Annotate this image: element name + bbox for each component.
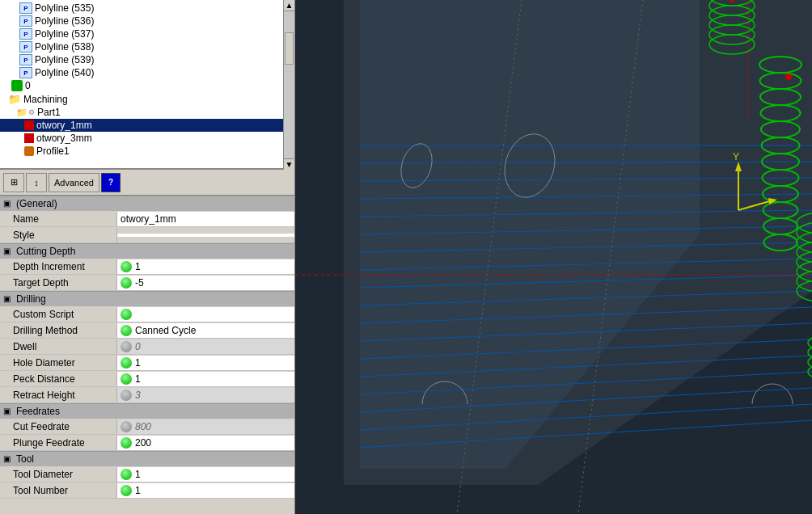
advanced-button[interactable]: Advanced — [49, 173, 99, 192]
cut-feedrate-label: Cut Feedrate — [0, 419, 117, 434]
hole-diameter-value[interactable]: 1 — [117, 356, 294, 370]
tree-item-label: Profile1 — [36, 145, 70, 157]
tree-item[interactable]: otwory_1mm — [0, 119, 294, 132]
prop-dwell-row: Dwell 0 — [0, 339, 294, 355]
dwell-label: Dwell — [0, 339, 117, 354]
tree-item[interactable]: 📁⚙Part1 — [0, 106, 294, 119]
tool-number-indicator — [121, 485, 132, 496]
scroll-thumb[interactable] — [285, 32, 294, 65]
tree-item-label: otwory_3mm — [36, 133, 92, 144]
hole-diameter-indicator — [121, 357, 132, 369]
peck-distance-text: 1 — [135, 373, 141, 385]
collapse-tool-btn[interactable]: ▣ — [3, 454, 13, 464]
tree-item-label: Polyline (536) — [35, 15, 94, 27]
plunge-feedrate-text: 200 — [135, 437, 151, 449]
tree-item[interactable]: otwory_3mm — [0, 132, 294, 145]
tree-item-label: Machining — [23, 94, 68, 105]
dwell-text: 0 — [135, 341, 141, 352]
tree-item[interactable]: PPolyline (538) — [0, 40, 294, 53]
scroll-down-btn[interactable]: ▼ — [284, 158, 294, 170]
custom-script-indicator — [121, 309, 132, 320]
collapse-general-btn[interactable]: ▣ — [3, 199, 13, 209]
section-feedrates: ▣ Feedrates — [0, 403, 294, 419]
cut-feedrate-indicator — [121, 421, 132, 432]
prop-target-depth-row: Target Depth -5 — [0, 275, 294, 291]
sort-button[interactable]: ↕ — [26, 173, 47, 192]
cutting-depth-label: Cutting Depth — [16, 246, 75, 257]
dwell-indicator — [121, 341, 132, 352]
tree-item[interactable]: PPolyline (536) — [0, 15, 294, 27]
prop-style-row: Style — [0, 227, 294, 243]
prop-peck-distance-row: Peck Distance 1 — [0, 371, 294, 387]
polyline-icon: P — [19, 15, 32, 27]
peck-distance-value[interactable]: 1 — [117, 372, 294, 386]
plunge-feedrate-label: Plunge Feedrate — [0, 436, 117, 450]
tree-item-label: Polyline (538) — [35, 41, 94, 53]
retract-height-label: Retract Height — [0, 388, 117, 402]
polyline-icon: P — [19, 41, 32, 53]
feedrates-section-label: Feedrates — [16, 406, 60, 417]
collapse-cutting-btn[interactable]: ▣ — [3, 246, 13, 256]
style-label: Style — [0, 228, 117, 242]
tree-item[interactable]: 📁Machining — [0, 92, 294, 106]
style-value[interactable] — [117, 234, 294, 237]
depth-increment-indicator — [121, 261, 132, 272]
tool-diameter-value[interactable]: 1 — [117, 467, 294, 482]
drilling-method-value[interactable]: Canned Cycle — [117, 323, 294, 338]
plunge-feedrate-indicator — [121, 437, 132, 449]
prop-retract-height-row: Retract Height 3 — [0, 387, 294, 403]
operation-icon — [24, 133, 34, 143]
grid-view-button[interactable]: ⊞ — [3, 173, 24, 192]
tree-item-label: otwory_1mm — [36, 120, 92, 131]
tree-item[interactable]: PPolyline (537) — [0, 27, 294, 40]
help-button[interactable]: ? — [101, 173, 121, 192]
collapse-feedrates-btn[interactable]: ▣ — [3, 407, 13, 416]
depth-increment-value[interactable]: 1 — [117, 259, 294, 274]
layer-icon — [11, 80, 23, 91]
collapse-drilling-btn[interactable]: ▣ — [3, 294, 13, 304]
prop-depth-increment-row: Depth Increment 1 — [0, 259, 294, 275]
part-icon: 📁⚙ — [16, 107, 35, 118]
prop-custom-script-row: Custom Script — [0, 306, 294, 322]
prop-name-row: Name otwory_1mm — [0, 211, 294, 227]
plunge-feedrate-value[interactable]: 200 — [117, 436, 294, 450]
prop-plunge-feedrate-row: Plunge Feedrate 200 — [0, 435, 294, 451]
polyline-icon: P — [19, 67, 32, 78]
tool-diameter-text: 1 — [135, 469, 141, 480]
hole-diameter-text: 1 — [135, 357, 141, 369]
target-depth-label: Target Depth — [0, 276, 117, 290]
tree-item[interactable]: 0 — [0, 79, 294, 92]
tool-diameter-indicator — [121, 469, 132, 480]
target-depth-text: -5 — [135, 277, 144, 289]
tree-item[interactable]: PPolyline (535) — [0, 2, 294, 15]
drilling-method-label: Drilling Method — [0, 323, 117, 338]
tree-item-label: Polyline (540) — [35, 67, 94, 78]
tool-diameter-label: Tool Diameter — [0, 467, 117, 482]
general-section-label: (General) — [16, 198, 57, 209]
scroll-up-btn[interactable]: ▲ — [284, 0, 294, 11]
drilling-method-text: Canned Cycle — [135, 325, 196, 336]
name-value[interactable]: otwory_1mm — [117, 212, 294, 226]
tree-item-label: Part1 — [37, 107, 61, 118]
tree-panel: PPolyline (535)PPolyline (536)PPolyline … — [0, 0, 294, 170]
tree-scrollbar[interactable]: ▲ ▼ — [283, 0, 294, 170]
properties-panel: ▣ (General) Name otwory_1mm Style ▣ Cutt… — [0, 196, 294, 514]
scene-canvas[interactable] — [295, 0, 812, 514]
target-depth-value[interactable]: -5 — [117, 276, 294, 290]
tree-item-label: Polyline (537) — [35, 28, 94, 40]
custom-script-label: Custom Script — [0, 307, 117, 322]
prop-tool-diameter-row: Tool Diameter 1 — [0, 466, 294, 482]
custom-script-value[interactable] — [117, 307, 294, 322]
tree-item[interactable]: PPolyline (539) — [0, 53, 294, 66]
retract-height-text: 3 — [135, 390, 141, 401]
tool-number-value[interactable]: 1 — [117, 483, 294, 498]
3d-viewport[interactable] — [295, 0, 812, 514]
tree-item[interactable]: Profile1 — [0, 145, 294, 158]
target-depth-indicator — [121, 277, 132, 289]
section-tool: ▣ Tool — [0, 451, 294, 466]
cut-feedrate-text: 800 — [135, 421, 151, 432]
tree-item-label: 0 — [25, 80, 31, 91]
tree-item[interactable]: PPolyline (540) — [0, 66, 294, 79]
folder-icon: 📁 — [8, 93, 21, 105]
retract-height-indicator — [121, 390, 132, 401]
